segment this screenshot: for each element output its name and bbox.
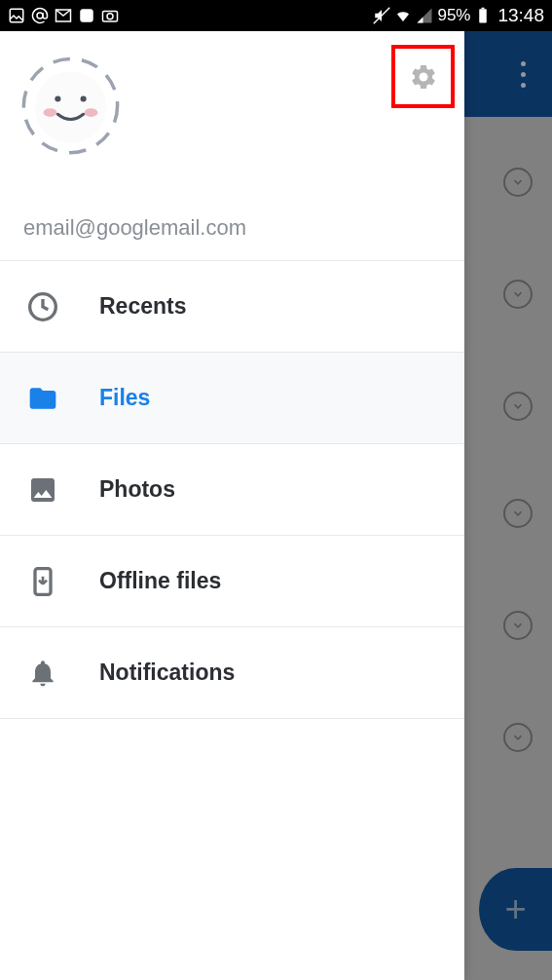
svg-point-1 [37,13,43,19]
nav-label: Offline files [99,568,221,594]
camera-icon [101,7,119,24]
mail-icon [55,7,72,24]
download-file-icon [27,566,58,597]
svg-point-4 [107,14,113,19]
svg-point-13 [85,108,98,117]
account-email[interactable]: email@googlemail.com [19,215,445,241]
svg-rect-2 [80,9,93,22]
nav-item-offline[interactable]: Offline files [0,536,464,627]
svg-point-9 [35,72,107,144]
status-icons-right: 95% 13:48 [373,5,544,26]
avatar[interactable] [19,55,122,157]
svg-rect-7 [482,8,485,10]
svg-rect-6 [480,9,488,22]
nav-item-files[interactable]: Files [0,353,464,444]
settings-highlight [391,45,455,108]
app-icon [78,7,95,24]
wifi-icon [394,7,412,24]
status-bar: 95% 13:48 [0,0,552,31]
battery-icon [474,7,492,24]
svg-point-10 [55,95,60,101]
nav-list: Recents Files Photos Offline files Notif… [0,260,464,719]
image-icon [27,474,58,506]
clock-time: 13:48 [497,5,544,26]
at-icon [31,7,49,24]
clock-icon [27,291,58,322]
svg-point-12 [44,108,57,117]
drawer-header: email@googlemail.com [0,31,464,260]
navigation-drawer: email@googlemail.com Recents Files Photo… [0,31,464,980]
nav-label: Recents [99,293,186,320]
bell-icon [27,658,58,689]
nav-label: Notifications [99,660,235,686]
nav-item-photos[interactable]: Photos [0,444,464,536]
status-icons-left [8,7,119,24]
nav-item-recents[interactable]: Recents [0,261,464,353]
nav-label: Files [99,385,150,411]
folder-icon [27,383,58,414]
battery-percent: 95% [437,6,470,25]
nav-label: Photos [99,476,175,503]
mute-icon [373,7,390,24]
gear-icon[interactable] [409,62,438,92]
nav-item-notifications[interactable]: Notifications [0,627,464,719]
svg-rect-0 [10,9,23,22]
svg-point-11 [81,95,87,101]
signal-icon [416,7,433,24]
picture-icon [8,7,25,24]
drawer-scrim[interactable] [464,31,552,980]
